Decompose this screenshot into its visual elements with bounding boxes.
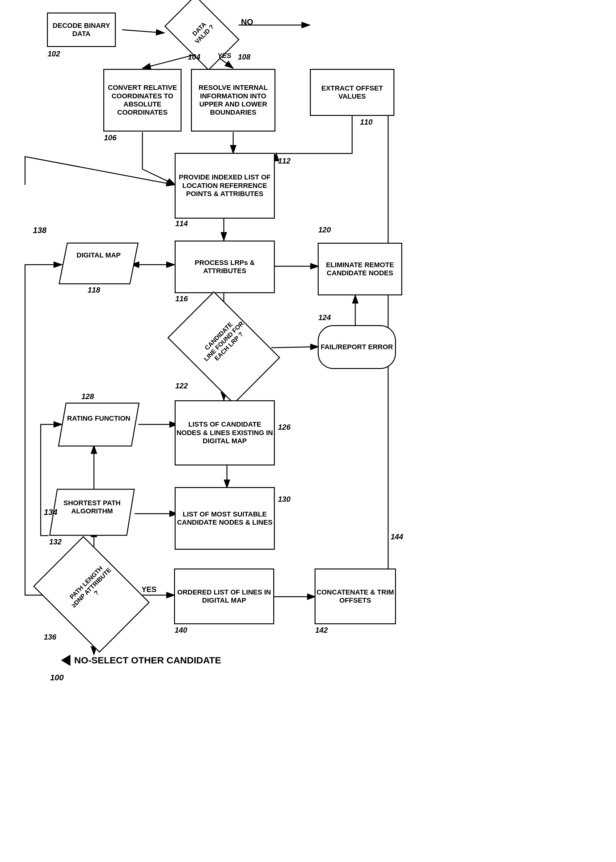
ref-120: 120 (318, 225, 331, 234)
ref-140: 140 (174, 626, 187, 635)
ref-110: 110 (360, 118, 372, 126)
shortest-path-container: SHORTEST PATH ALGORITHM (49, 488, 135, 537)
yes-label-104: YES (218, 52, 231, 60)
extract-offset-box: EXTRACT OFFSET VALUES (310, 69, 394, 116)
most-suitable-label: LIST OF MOST SUITABLE CANDIDATE NODES & … (176, 510, 274, 527)
rating-function-container: RATING FUNCTION (57, 402, 140, 447)
ordered-list-box: ORDERED LIST OF LINES IN DIGITAL MAP (174, 569, 274, 624)
decode-binary-data-box: DECODE BINARY DATA (47, 13, 116, 47)
no-select-container: NO-SELECT OTHER CANDIDATE (61, 655, 221, 666)
process-lrps-box: PROCESS LRPs & ATTRIBUTES (174, 241, 275, 293)
fail-report-box: FAIL/REPORT ERROR (318, 325, 396, 369)
ref-108: 108 (238, 53, 250, 61)
ref-112: 112 (278, 157, 291, 165)
rating-function-svg (57, 402, 140, 447)
ref-114: 114 (175, 219, 188, 228)
concatenate-label: CONCATENATE & TRIM OFFSETS (316, 588, 395, 605)
shortest-path-label: SHORTEST PATH ALGORITHM (49, 499, 135, 515)
concatenate-box: CONCATENATE & TRIM OFFSETS (314, 569, 396, 624)
path-length-diamond-container: PATH LENGTH≥DNP ATTRIBUTE? (43, 558, 140, 631)
digital-map-svg (58, 242, 139, 285)
ref-136: 136 (44, 633, 57, 641)
digital-map-container: DIGITAL MAP (58, 242, 139, 285)
data-valid-diamond-container: DATAVALID ? (166, 9, 238, 57)
eliminate-remote-box: ELIMINATE REMOTE CANDIDATE NODES (318, 243, 402, 295)
resolve-info-label: RESOLVE INTERNAL INFORMATION INTO UPPER … (192, 84, 275, 117)
rating-function-label: RATING FUNCTION (57, 414, 140, 422)
digital-map-label: DIGITAL MAP (58, 251, 139, 259)
ref-124: 124 (318, 313, 331, 322)
ref-128: 128 (82, 392, 94, 401)
ref-126: 126 (278, 423, 291, 432)
ref-104: 104 (188, 53, 200, 61)
ref-144: 144 (391, 533, 403, 541)
provide-indexed-list-label: PROVIDE INDEXED LIST OF LOCATION REFERRE… (176, 173, 274, 198)
svg-line-7 (142, 169, 175, 185)
decode-binary-data-label: DECODE BINARY DATA (48, 22, 115, 38)
arrow-icon (61, 655, 71, 666)
convert-coordinates-box: CONVERT RELATIVE COORDINATES TO ABSOLUTE… (103, 69, 182, 132)
ref-116: 116 (175, 295, 188, 303)
most-suitable-box: LIST OF MOST SUITABLE CANDIDATE NODES & … (174, 487, 275, 550)
ref-106: 106 (104, 134, 116, 142)
no-select-label: NO-SELECT OTHER CANDIDATE (74, 655, 221, 666)
lists-candidate-box: LISTS OF CANDIDATE NODES & LINES EXISTIN… (174, 400, 275, 465)
ref-118: 118 (88, 286, 100, 295)
resolve-info-box: RESOLVE INTERNAL INFORMATION INTO UPPER … (191, 69, 275, 132)
ref-130: 130 (278, 495, 291, 504)
svg-marker-24 (59, 243, 138, 284)
process-lrps-label: PROCESS LRPs & ATTRIBUTES (176, 259, 274, 275)
ref-102: 102 (47, 49, 60, 58)
svg-line-2 (122, 30, 164, 33)
svg-marker-25 (58, 403, 139, 446)
fail-report-label: FAIL/REPORT ERROR (321, 343, 393, 351)
candidate-line-diamond-container: CANDIDATELINE FOUND FOREACH LRP ? (174, 313, 274, 382)
ref-132: 132 (49, 537, 62, 546)
yes-label-136: YES (141, 585, 157, 594)
no-label-104: NO (241, 17, 253, 27)
provide-indexed-list-box: PROVIDE INDEXED LIST OF LOCATION REFERRE… (174, 153, 275, 219)
flowchart-diagram: DECODE BINARY DATA 102 DATAVALID ? 104 N… (0, 0, 616, 862)
eliminate-remote-label: ELIMINATE REMOTE CANDIDATE NODES (319, 261, 401, 277)
ordered-list-label: ORDERED LIST OF LINES IN DIGITAL MAP (175, 588, 273, 605)
ref-142: 142 (315, 626, 328, 635)
convert-coordinates-label: CONVERT RELATIVE COORDINATES TO ABSOLUTE… (104, 84, 181, 117)
lists-candidate-label: LISTS OF CANDIDATE NODES & LINES EXISTIN… (176, 420, 274, 445)
ref-122: 122 (175, 381, 188, 390)
ref-134: 134 (44, 507, 57, 517)
ref-138: 138 (33, 225, 46, 235)
ref-100: 100 (50, 673, 64, 682)
svg-line-13 (271, 347, 319, 348)
extract-offset-label: EXTRACT OFFSET VALUES (311, 84, 393, 101)
